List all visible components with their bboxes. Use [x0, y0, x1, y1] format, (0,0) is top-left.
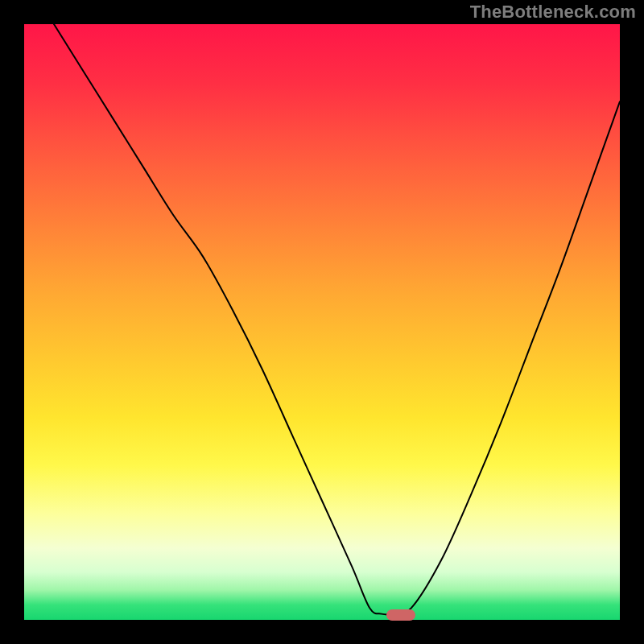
bottleneck-curve: [24, 24, 620, 620]
curve-path: [54, 24, 620, 615]
chart-frame: TheBottleneck.com: [0, 0, 644, 644]
plot-area: [24, 24, 620, 620]
optimum-marker: [386, 609, 415, 621]
watermark-text: TheBottleneck.com: [470, 2, 636, 23]
